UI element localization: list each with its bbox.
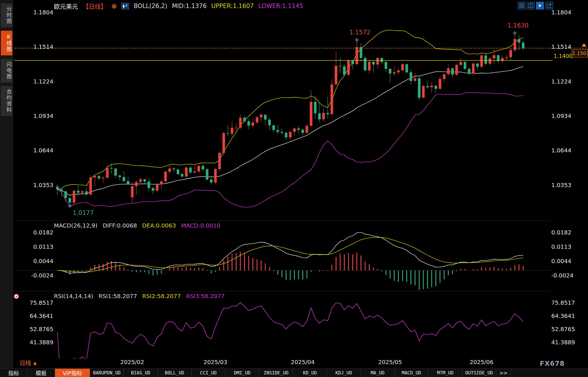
period-selector[interactable]: 日线 ▲ [20,359,37,367]
candle[interactable] [260,115,262,117]
candle[interactable] [65,191,67,198]
candle[interactable] [343,66,346,75]
candle[interactable] [426,86,429,87]
tab-indicators[interactable]: 指标 [0,369,28,377]
candle[interactable] [202,166,204,169]
candle[interactable] [306,126,308,133]
candle[interactable] [293,129,296,132]
candle[interactable] [522,42,525,48]
tab-boll-ud[interactable]: BOLL_UD [158,369,192,377]
candle[interactable] [193,172,196,173]
candle[interactable] [460,62,462,65]
candle[interactable] [301,130,304,133]
candle[interactable] [401,64,404,71]
candle[interactable] [322,113,325,119]
candle[interactable] [326,113,329,114]
candle[interactable] [447,68,450,74]
candle[interactable] [335,66,337,84]
candle[interactable] [243,118,246,121]
candle[interactable] [480,55,483,67]
candle[interactable] [464,62,466,69]
candle[interactable] [468,69,470,73]
candle[interactable] [451,68,454,75]
candle[interactable] [223,133,225,153]
candle[interactable] [239,118,242,128]
candle[interactable] [435,86,437,89]
candle[interactable] [131,186,134,197]
candle[interactable] [181,174,184,176]
candle[interactable] [406,64,408,72]
candle[interactable] [268,120,271,125]
candle[interactable] [177,170,179,174]
candle[interactable] [372,62,375,65]
tab-bias-ud[interactable]: BIAS_UD [124,369,158,377]
candle[interactable] [148,182,150,188]
tab-outside-ud[interactable]: OUTSIDE_UD [462,369,496,377]
sidebar-item-kline-chart[interactable]: K线图 [1,31,12,55]
candle[interactable] [206,169,209,180]
candle[interactable] [509,50,512,57]
candle[interactable] [189,168,192,172]
layout-play-icon[interactable] [536,2,544,9]
candle[interactable] [218,153,221,169]
tab-macd-ud[interactable]: MACD_UD [395,369,429,377]
candle[interactable] [351,61,354,64]
candle[interactable] [127,181,129,184]
candle[interactable] [235,128,237,128]
chart-canvas[interactable] [0,0,588,377]
candle[interactable] [81,191,84,193]
candle[interactable] [98,176,100,178]
candle[interactable] [173,168,175,169]
candle[interactable] [514,39,516,50]
tab-ma-ud[interactable]: MA_UD [361,369,395,377]
candle[interactable] [123,177,125,181]
sidebar-item-lightning-chart[interactable]: 闪电图 [1,59,12,83]
candle[interactable] [339,66,342,66]
candle[interactable] [160,181,163,184]
layout-grid-icon[interactable] [518,2,525,9]
candle[interactable] [314,102,317,113]
candle[interactable] [297,129,300,130]
candle[interactable] [143,179,146,182]
candle[interactable] [85,191,88,195]
candle[interactable] [505,57,508,58]
candle[interactable] [289,132,292,137]
main-price-panel[interactable] [56,30,525,207]
sidebar-item-timeshare-chart[interactable]: 分时图 [1,3,12,27]
candle[interactable] [385,62,387,69]
candle[interactable] [455,65,458,75]
candle[interactable] [443,74,445,79]
candle[interactable] [285,133,287,137]
candle[interactable] [69,198,71,203]
macd-panel[interactable] [14,232,550,290]
rsi-panel[interactable] [57,303,523,377]
candle[interactable] [393,72,396,73]
candle[interactable] [497,55,500,61]
candle[interactable] [418,78,420,98]
candle[interactable] [381,58,383,62]
candle[interactable] [397,71,400,73]
candle[interactable] [168,168,171,172]
candle[interactable] [493,55,495,58]
candle[interactable] [272,125,275,130]
add-indicator-icon[interactable]: ⊕ [111,2,117,10]
candle[interactable] [198,166,200,172]
tab-kd-ud[interactable]: KD_UD [293,369,327,377]
candle[interactable] [347,61,350,75]
tab-barupdn-ud[interactable]: BARUPDN_UD [90,369,124,377]
period-tag[interactable]: 【日线】 [83,2,107,10]
candle[interactable] [310,102,312,126]
candle[interactable] [106,168,109,178]
candle[interactable] [489,59,491,64]
candle[interactable] [281,132,283,133]
candle[interactable] [73,191,75,203]
candle[interactable] [110,168,113,168]
candle[interactable] [422,86,425,98]
candle[interactable] [135,182,138,186]
tab-cci-ud[interactable]: CCI_UD [192,369,225,377]
candle[interactable] [472,64,475,73]
candle[interactable] [389,69,392,73]
candle[interactable] [60,189,63,191]
candle[interactable] [156,184,159,191]
candle[interactable] [431,86,433,87]
